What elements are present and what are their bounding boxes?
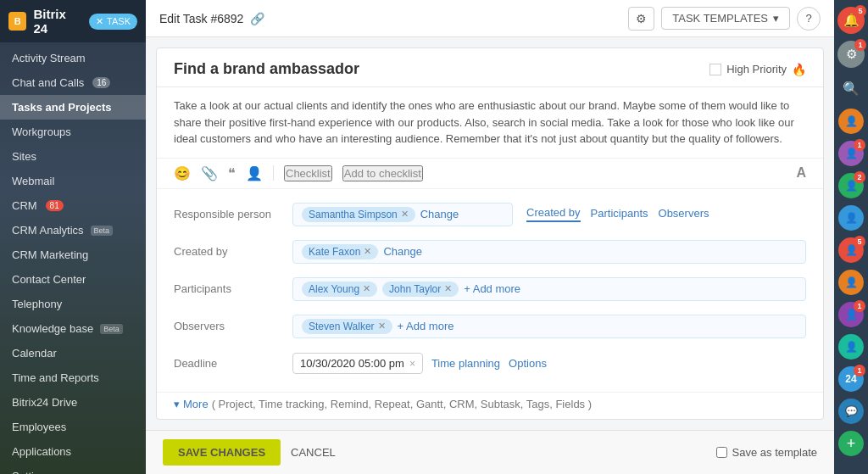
remove-john-taylor-icon[interactable]: ✕ xyxy=(444,283,452,294)
avatar-icon: 👤 xyxy=(845,341,858,353)
right-panel: Edit Task #6892 🔗 ⚙ TASK TEMPLATES ▾ ? F… xyxy=(146,0,834,474)
sidebar-item-label: Calendar xyxy=(12,347,57,360)
avatar-5[interactable]: 👤 5 xyxy=(838,237,864,263)
sidebar-item-label: Telephony xyxy=(12,298,62,310)
created-by-tag: Kate Faxon ✕ xyxy=(302,244,378,259)
sidebar-item-crm-analytics[interactable]: CRM Analytics Beta xyxy=(0,218,146,243)
sidebar-item-label: Contact Center xyxy=(12,273,86,286)
avatar-4[interactable]: 👤 xyxy=(838,205,864,231)
sidebar-item-crm[interactable]: CRM 81 xyxy=(0,193,146,218)
gear-icon: ⚙ xyxy=(846,47,857,62)
sidebar-item-knowledge-base[interactable]: Knowledge base Beta xyxy=(0,316,146,341)
avatar-7[interactable]: 👤 1 xyxy=(838,302,864,327)
priority-checkbox[interactable] xyxy=(709,64,721,75)
remove-responsible-icon[interactable]: ✕ xyxy=(401,209,409,220)
search-icon: 🔍 xyxy=(843,81,860,97)
mention-icon[interactable]: 👤 xyxy=(246,165,263,181)
more-row[interactable]: ▾ More ( Project, Time tracking, Remind,… xyxy=(157,392,823,419)
fire-icon: 🔥 xyxy=(792,63,806,76)
new-task-button[interactable]: ✕ TASK xyxy=(89,14,137,30)
avatar-badge: 5 xyxy=(854,236,865,248)
sidebar-item-label: Employees xyxy=(12,421,66,433)
created-by-row: Created by Kate Faxon ✕ Change xyxy=(174,237,806,267)
change-responsible-link[interactable]: Change xyxy=(420,208,459,220)
add-observer-link[interactable]: + Add more xyxy=(398,320,454,332)
sidebar-item-chat-calls[interactable]: Chat and Calls 16 xyxy=(0,70,146,95)
attachment-icon[interactable]: 📎 xyxy=(201,165,218,181)
observers-label: Observers xyxy=(174,320,292,332)
tab-created-by[interactable]: Created by xyxy=(526,206,581,222)
edit-task-title: Edit Task #6892 xyxy=(159,12,243,25)
link-icon[interactable]: 🔗 xyxy=(250,12,264,25)
plus-icon: + xyxy=(847,435,856,453)
notifications-button[interactable]: 🔔 5 xyxy=(837,7,865,34)
task-templates-button[interactable]: TASK TEMPLATES ▾ xyxy=(661,7,790,30)
sidebar: B Bitrix 24 ✕ TASK Activity Stream Chat … xyxy=(0,0,146,474)
add-button[interactable]: + xyxy=(838,431,864,456)
priority-area: High Priority 🔥 xyxy=(709,63,806,76)
checklist-button[interactable]: Checklist xyxy=(284,165,332,181)
participant-john-taylor: John Taylor ✕ xyxy=(382,282,459,297)
more-label: More xyxy=(183,398,209,410)
save-changes-button[interactable]: SAVE CHANGES xyxy=(163,439,281,466)
responsible-label: Responsible person xyxy=(174,208,292,220)
sidebar-item-employees[interactable]: Employees xyxy=(0,415,146,439)
created-by-label: Created by xyxy=(174,245,292,258)
sidebar-item-settings[interactable]: Settings xyxy=(0,464,146,474)
sidebar-item-telephony[interactable]: Telephony xyxy=(0,292,146,316)
avatar-6[interactable]: 👤 xyxy=(838,270,864,295)
save-template-checkbox[interactable] xyxy=(716,447,727,458)
sidebar-nav: Activity Stream Chat and Calls 16 Tasks … xyxy=(0,42,146,474)
avatar-2[interactable]: 👤 1 xyxy=(838,141,864,166)
b24-button[interactable]: 24 1 xyxy=(838,366,864,392)
sidebar-item-calendar[interactable]: Calendar xyxy=(0,341,146,365)
sidebar-item-bitrix24-drive[interactable]: Bitrix24 Drive xyxy=(0,390,146,415)
add-participant-link[interactable]: + Add more xyxy=(464,282,520,295)
tab-observers[interactable]: Observers xyxy=(659,207,709,221)
sidebar-item-time-reports[interactable]: Time and Reports xyxy=(0,365,146,390)
settings-icon-button[interactable]: ⚙ 1 xyxy=(837,41,865,68)
cancel-button[interactable]: CANCEL xyxy=(291,446,336,459)
sidebar-item-contact-center[interactable]: Contact Center xyxy=(0,267,146,292)
remove-created-by-icon[interactable]: ✕ xyxy=(364,246,371,257)
tab-participants[interactable]: Participants xyxy=(591,207,648,221)
deadline-area: 10/30/2020 05:00 pm × Time planning Opti… xyxy=(292,353,547,374)
sidebar-item-crm-marketing[interactable]: CRM Marketing xyxy=(0,243,146,267)
right-icon-panel: 🔔 5 ⚙ 1 🔍 👤 👤 1 👤 2 👤 👤 5 👤 👤 1 👤 24 1 xyxy=(834,0,868,474)
avatar-1[interactable]: 👤 xyxy=(838,109,864,134)
search-button[interactable]: 🔍 xyxy=(837,75,865,102)
page-title: Edit Task #6892 🔗 xyxy=(159,12,618,25)
more-items: ( Project, Time tracking, Remind, Repeat… xyxy=(212,398,592,410)
quote-icon[interactable]: ❝ xyxy=(228,165,236,181)
emoji-icon[interactable]: 😊 xyxy=(174,165,191,181)
chat-button[interactable]: 💬 xyxy=(838,399,864,424)
participant-alex-young: Alex Young ✕ xyxy=(302,282,377,297)
sidebar-item-label: Sites xyxy=(12,150,36,163)
sidebar-item-tasks-projects[interactable]: Tasks and Projects xyxy=(0,95,146,120)
save-template-label: Save as template xyxy=(732,446,817,459)
help-button[interactable]: ? xyxy=(797,7,821,31)
participants-box: Alex Young ✕ John Taylor ✕ + Add more xyxy=(292,277,806,301)
deadline-input[interactable]: 10/30/2020 05:00 pm × xyxy=(292,353,423,374)
created-by-name: Kate Faxon xyxy=(309,246,360,258)
sidebar-item-applications[interactable]: Applications xyxy=(0,439,146,464)
add-to-checklist-button[interactable]: Add to checklist xyxy=(342,165,423,181)
sidebar-header: B Bitrix 24 ✕ TASK xyxy=(0,0,146,42)
task-panel: Find a brand ambassador High Priority 🔥 … xyxy=(156,47,824,420)
sidebar-item-workgroups[interactable]: Workgroups xyxy=(0,120,146,144)
sidebar-item-activity-stream[interactable]: Activity Stream xyxy=(0,46,146,70)
font-icon[interactable]: A xyxy=(796,165,806,181)
sidebar-item-sites[interactable]: Sites xyxy=(0,144,146,169)
time-planning-link[interactable]: Time planning xyxy=(431,357,500,370)
deadline-clear-icon[interactable]: × xyxy=(409,358,415,370)
change-created-by-link[interactable]: Change xyxy=(383,245,422,258)
gear-button[interactable]: ⚙ xyxy=(628,7,654,31)
avatar-8[interactable]: 👤 xyxy=(838,334,864,360)
avatar-3[interactable]: 👤 2 xyxy=(838,173,864,198)
options-link[interactable]: Options xyxy=(509,357,547,370)
sidebar-item-webmail[interactable]: Webmail xyxy=(0,169,146,193)
sidebar-item-label: Knowledge base xyxy=(12,322,93,335)
remove-alex-young-icon[interactable]: ✕ xyxy=(363,283,370,294)
sidebar-item-label: CRM Analytics xyxy=(12,224,84,237)
remove-steven-walker-icon[interactable]: ✕ xyxy=(378,321,386,332)
